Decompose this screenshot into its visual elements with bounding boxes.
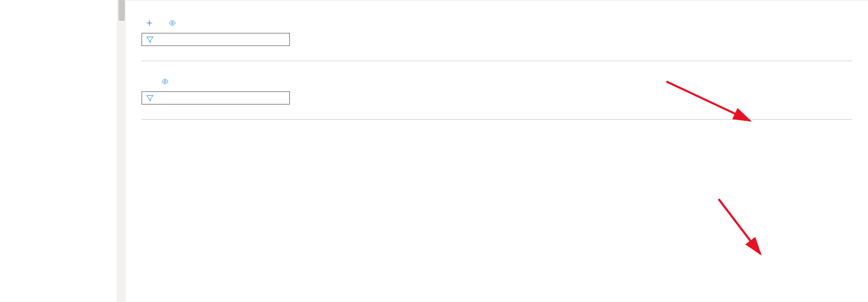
filter-system-keys-input[interactable] [158, 94, 285, 102]
col-value [277, 52, 565, 61]
sidebar-scrollbar[interactable] [118, 0, 126, 302]
plus-icon [146, 19, 153, 27]
filter-host-keys-box[interactable] [142, 33, 290, 46]
svg-point-1 [164, 80, 166, 83]
system-keys-section [142, 76, 852, 120]
filter-host-keys-input[interactable] [158, 36, 285, 43]
filter-system-keys-box[interactable] [142, 91, 290, 104]
main-content [126, 0, 868, 302]
host-keys-toolbar [142, 17, 852, 29]
filter-icon [146, 95, 154, 102]
system-keys-toolbar [142, 76, 852, 87]
col-value [277, 111, 565, 120]
show-system-values-button[interactable] [160, 76, 173, 87]
new-host-key-button[interactable] [145, 17, 157, 29]
scrollbar-thumb[interactable] [119, 0, 125, 21]
col-name [142, 111, 277, 120]
eye-icon [169, 19, 176, 27]
filter-icon [146, 36, 154, 43]
svg-point-0 [171, 22, 173, 24]
eye-icon [161, 78, 169, 85]
sidebar-nav [0, 0, 118, 302]
host-keys-section [142, 17, 852, 61]
system-keys-table [142, 111, 852, 120]
svg-line-3 [719, 199, 760, 254]
host-keys-table [142, 52, 852, 61]
annotation-arrow [716, 196, 768, 262]
col-name [142, 52, 277, 61]
show-values-button[interactable] [168, 17, 180, 29]
